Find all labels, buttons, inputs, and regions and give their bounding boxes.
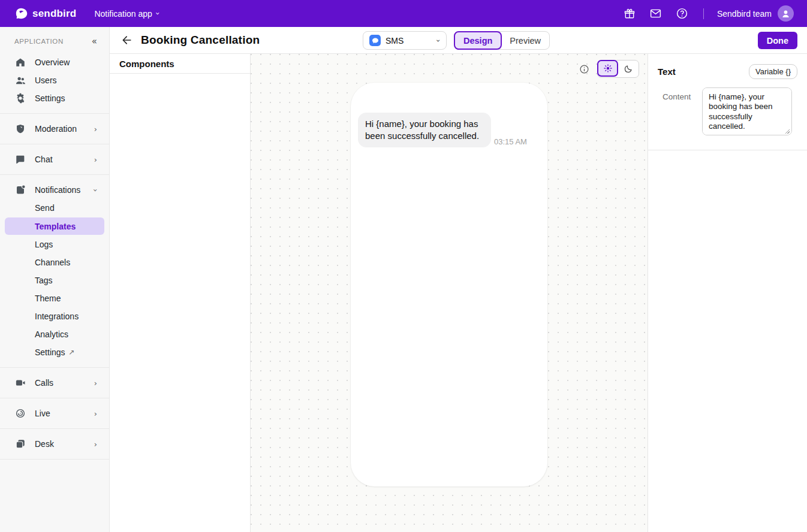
- sidebar-divider: [0, 174, 109, 175]
- desk-icon: [14, 439, 26, 449]
- done-button[interactable]: Done: [758, 32, 797, 49]
- sidebar-subitem-label: Channels: [35, 258, 70, 267]
- dark-mode-button[interactable]: [618, 61, 639, 77]
- message-row: Hi {name}, your booking has been success…: [351, 83, 547, 147]
- chevron-right-icon: ›: [94, 155, 97, 164]
- chevron-right-icon: ›: [94, 409, 97, 418]
- components-panel-title: Components: [110, 54, 250, 74]
- chevron-right-icon: ›: [94, 379, 97, 388]
- sidebar-divider: [0, 144, 109, 144]
- chevron-down-icon: ›: [435, 39, 442, 42]
- team-name: Sendbird team: [717, 9, 772, 19]
- sidebar-item-label: Users: [35, 75, 57, 85]
- sidebar-subitem-label: Integrations: [35, 312, 79, 321]
- sidebar-subitem-templates[interactable]: Templates: [5, 217, 104, 235]
- sidebar: APPLICATION « Overview Users Settings Mo…: [0, 27, 110, 532]
- theme-toggle: [597, 60, 639, 78]
- light-mode-button[interactable]: [597, 60, 618, 77]
- sidebar-subitem-label: Templates: [35, 222, 76, 231]
- home-icon: [14, 57, 26, 68]
- sidebar-item-settings[interactable]: Settings: [0, 89, 109, 107]
- sidebar-subitem-tags[interactable]: Tags: [0, 271, 109, 289]
- info-icon[interactable]: [578, 63, 590, 75]
- top-bar: sendbird Notification app › Sendbird tea…: [0, 0, 807, 27]
- content-textarea[interactable]: Hi {name}, your booking has been success…: [702, 87, 792, 135]
- back-button[interactable]: [119, 32, 135, 48]
- logo-wordmark: sendbird: [32, 8, 76, 20]
- channel-select-value: SMS: [386, 36, 404, 46]
- chevron-right-icon: ›: [94, 125, 97, 134]
- broadcast-icon: [14, 408, 26, 419]
- sidebar-item-label: Moderation: [35, 124, 77, 134]
- tab-design[interactable]: Design: [454, 31, 502, 50]
- mail-icon[interactable]: [649, 7, 663, 20]
- design-canvas[interactable]: Hi {name}, your booking has been success…: [251, 54, 648, 532]
- sidebar-subitem-send[interactable]: Send: [0, 199, 109, 217]
- variable-button[interactable]: Variable {}: [749, 64, 797, 79]
- sidebar-item-label: Notifications: [35, 185, 80, 195]
- sidebar-item-moderation[interactable]: Moderation ›: [0, 120, 109, 138]
- sidebar-item-calls[interactable]: Calls ›: [0, 374, 109, 392]
- sidebar-item-chat[interactable]: Chat ›: [0, 150, 109, 168]
- sidebar-item-live[interactable]: Live ›: [0, 404, 109, 422]
- content-label: Content: [658, 87, 695, 138]
- sidebar-subitem-integrations[interactable]: Integrations: [0, 307, 109, 325]
- chevron-right-icon: ›: [94, 440, 97, 449]
- canvas-toolbar: [578, 60, 639, 78]
- message-bubble[interactable]: Hi {name}, your booking has been success…: [358, 113, 491, 147]
- sidebar-subitem-label: Analytics: [35, 330, 68, 339]
- sidebar-item-desk[interactable]: Desk ›: [0, 435, 109, 453]
- sidebar-subitem-label: Send: [35, 203, 55, 213]
- shield-icon: [14, 123, 26, 134]
- help-icon[interactable]: [676, 7, 689, 20]
- sidebar-subitem-label: Settings: [35, 347, 65, 357]
- sidebar-item-label: Chat: [35, 155, 53, 164]
- inspector-section-title: Text: [658, 66, 676, 77]
- account-menu[interactable]: Sendbird team: [717, 5, 794, 22]
- sidebar-subitem-theme[interactable]: Theme: [0, 289, 109, 307]
- sidebar-subitem-label: Theme: [35, 294, 61, 303]
- page-title: Booking Cancellation: [141, 34, 260, 47]
- content-textarea-wrap: Hi {name}, your booking has been success…: [702, 87, 792, 138]
- sidebar-item-label: Overview: [35, 58, 70, 67]
- sidebar-item-label: Calls: [35, 378, 53, 388]
- video-call-icon: [14, 377, 26, 388]
- components-panel: Components: [110, 54, 251, 532]
- chat-icon: [14, 154, 26, 165]
- topbar-divider: [703, 8, 704, 19]
- sendbird-logo[interactable]: sendbird: [16, 7, 76, 20]
- page-header: Booking Cancellation SMS › Design Previe…: [110, 27, 807, 54]
- sidebar-item-label: Live: [35, 409, 50, 418]
- sidebar-item-users[interactable]: Users: [0, 71, 109, 89]
- sidebar-divider: [0, 367, 109, 368]
- sidebar-item-notifications[interactable]: Notifications ›: [0, 181, 109, 199]
- gift-icon[interactable]: [623, 7, 636, 20]
- topbar-actions: Sendbird team: [623, 5, 794, 22]
- sidebar-item-overview[interactable]: Overview: [0, 53, 109, 71]
- sidebar-subitem-channels[interactable]: Channels: [0, 253, 109, 271]
- sidebar-subitem-settings-external[interactable]: Settings ↗: [0, 343, 109, 361]
- sidebar-divider: [0, 113, 109, 114]
- external-link-icon: ↗: [69, 348, 75, 356]
- tab-preview[interactable]: Preview: [501, 32, 549, 49]
- text-component-section: Text Variable {} Content Hi {name}, your…: [648, 54, 807, 150]
- app-selector[interactable]: Notification app ›: [94, 9, 159, 19]
- sidebar-divider: [0, 459, 109, 460]
- gear-icon: [14, 93, 26, 104]
- sms-channel-icon: [369, 35, 381, 46]
- sidebar-subitem-analytics[interactable]: Analytics: [0, 325, 109, 343]
- sidebar-section-label: APPLICATION: [14, 38, 92, 45]
- channel-select[interactable]: SMS ›: [363, 31, 447, 50]
- sidebar-subitem-logs[interactable]: Logs: [0, 235, 109, 253]
- avatar[interactable]: [778, 5, 794, 22]
- sendbird-logo-icon: [16, 7, 28, 20]
- sidebar-subitem-label: Logs: [35, 240, 53, 249]
- sidebar-divider: [0, 428, 109, 429]
- mode-tabs: Design Preview: [454, 31, 550, 50]
- sidebar-divider: [0, 398, 109, 398]
- sidebar-item-label: Settings: [35, 93, 65, 103]
- phone-mockup: Hi {name}, your booking has been success…: [351, 83, 547, 486]
- message-timestamp: 03:15 AM: [494, 137, 527, 147]
- collapse-sidebar-icon[interactable]: «: [92, 36, 97, 47]
- inspector-panel: Text Variable {} Content Hi {name}, your…: [648, 54, 807, 532]
